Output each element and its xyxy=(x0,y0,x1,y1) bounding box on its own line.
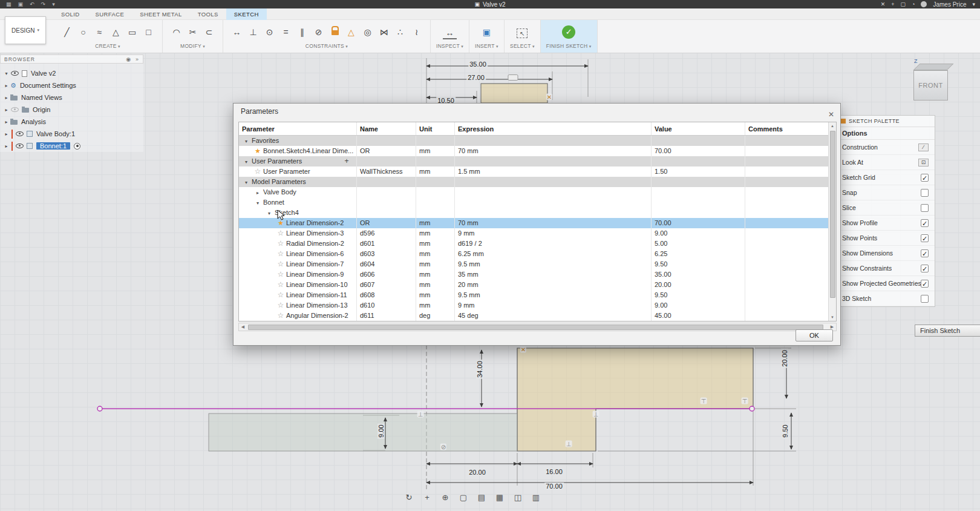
parameter-group-row[interactable]: ▾Model Parameters xyxy=(239,177,836,187)
favorite-star-icon[interactable]: ☆ xyxy=(276,269,285,280)
pan-icon[interactable]: + xyxy=(422,493,432,502)
checkbox-show-constraints[interactable]: ✓ xyxy=(921,265,929,272)
parameter-row[interactable]: ▸Valve Body xyxy=(239,187,836,197)
checkbox-show-projected-geometries[interactable]: ✓ xyxy=(921,280,929,288)
view-cube[interactable]: Z FRONT xyxy=(906,58,954,108)
toolbar-group-label[interactable]: FINISH SKETCH xyxy=(546,43,592,49)
palette-item-construction[interactable]: Construction∕ xyxy=(837,140,935,155)
rectangle-icon[interactable]: □ xyxy=(142,24,155,40)
document-tab[interactable]: ▣ Valve v2 xyxy=(474,0,505,8)
visibility-eye-icon[interactable] xyxy=(16,143,24,148)
parameter-row[interactable]: ☆Angular Dimension-2d611deg45 deg45.00 xyxy=(239,311,836,321)
collapse-arrow-icon[interactable]: ▸ xyxy=(2,131,10,137)
parameter-row[interactable]: ★Bonnet.Sketch4.Linear Dime...ORmm70 mm7… xyxy=(239,146,836,156)
browser-item-named-views[interactable]: ▸Named Views xyxy=(0,91,143,104)
dimension-label[interactable]: 20.00 xyxy=(781,349,788,368)
palette-item-show-profile[interactable]: Show Profile✓ xyxy=(837,216,935,231)
user-menu-caret-icon[interactable]: ▾ xyxy=(972,0,975,8)
collapse-arrow-icon[interactable]: ▸ xyxy=(2,95,10,101)
vertical-scroll-thumb[interactable] xyxy=(830,131,835,298)
scroll-down-icon[interactable]: ▼ xyxy=(831,314,834,321)
dimension-label[interactable]: 9.00 xyxy=(377,423,385,438)
options-header[interactable]: Options xyxy=(837,127,935,140)
tangent-icon[interactable]: ⊘ xyxy=(312,24,325,40)
checkbox-show-points[interactable]: ✓ xyxy=(921,234,929,242)
parameter-row[interactable]: ★Linear Dimension-2ORmm70 mm70.00 xyxy=(239,218,836,228)
tab-solid[interactable]: SOLID xyxy=(53,8,88,20)
favorite-star-icon[interactable]: ☆ xyxy=(276,280,285,290)
grid-settings-icon[interactable]: ▥ xyxy=(531,493,541,502)
palette-item-show-constraints[interactable]: Show Constraints✓ xyxy=(837,261,935,276)
palette-header[interactable]: SKETCH PALETTE xyxy=(837,116,935,127)
dropdown-caret-icon[interactable]: ▾ xyxy=(52,0,55,8)
orbit-icon[interactable]: ↻ xyxy=(404,493,414,502)
column-comments[interactable]: Comments xyxy=(745,122,836,135)
collapse-arrow-icon[interactable]: ▸ xyxy=(2,119,10,125)
palette-item-sketch-grid[interactable]: Sketch Grid✓ xyxy=(837,170,935,185)
concentric-icon[interactable]: ◎ xyxy=(361,24,374,40)
column-expression[interactable]: Expression xyxy=(454,122,651,135)
checkbox-snap[interactable] xyxy=(921,189,929,197)
sketch-dimension-icon[interactable]: ↔ xyxy=(230,24,244,40)
browser-item-valve-v2[interactable]: ▾Valve v2 xyxy=(0,67,143,79)
parameter-group-row[interactable]: ▾User Parameters+ xyxy=(239,156,836,166)
column-parameter[interactable]: Parameter xyxy=(239,122,356,135)
toolbar-group-label[interactable]: CREATE xyxy=(95,43,120,49)
help-icon[interactable]: ◔ xyxy=(912,0,915,8)
trim-icon[interactable]: ✂ xyxy=(186,24,200,40)
parameter-row[interactable]: ☆Linear Dimension-7d604mm9.5 mm9.50 xyxy=(239,259,836,269)
horizontal-vertical-icon[interactable]: ⊥ xyxy=(246,24,260,40)
browser-item-bonnet-1[interactable]: ▸Bonnet:1 xyxy=(0,140,143,152)
toolbar-group-label[interactable]: MODIFY xyxy=(180,43,205,49)
visibility-eye-icon[interactable] xyxy=(11,107,19,112)
visibility-eye-icon[interactable] xyxy=(16,131,24,136)
add-user-parameter-button[interactable]: + xyxy=(343,158,350,165)
fix-lock-icon[interactable] xyxy=(328,24,342,40)
expand-arrow-icon[interactable]: ▾ xyxy=(265,208,273,218)
curvature-icon[interactable]: ≀ xyxy=(410,24,423,40)
equal-icon[interactable]: = xyxy=(279,24,293,40)
expand-arrow-icon[interactable]: ▾ xyxy=(242,177,250,187)
palette-item-show-points[interactable]: Show Points✓ xyxy=(837,231,935,246)
column-value[interactable]: Value xyxy=(651,122,745,135)
toolbar-group-label[interactable]: INSERT xyxy=(475,43,498,49)
coincident-icon[interactable]: ⊙ xyxy=(263,24,276,40)
extensions-icon[interactable]: ▢ xyxy=(901,0,906,8)
polygon-icon[interactable]: △ xyxy=(109,24,123,40)
parameter-group-row[interactable]: ▾Favorites xyxy=(239,136,836,146)
tab-tools[interactable]: TOOLS xyxy=(190,8,226,20)
dimension-label[interactable]: 27.00 xyxy=(466,74,486,81)
browser-item-document-settings[interactable]: ▸⚙Document Settings xyxy=(0,79,143,91)
fillet-icon[interactable]: ◠ xyxy=(169,24,183,40)
dimension-label[interactable]: 34.00 xyxy=(476,360,483,379)
favorite-star-icon[interactable]: ☆ xyxy=(276,300,285,311)
view-cube-front-face[interactable]: FRONT xyxy=(913,70,948,101)
undo-icon[interactable]: ↶ xyxy=(30,0,34,8)
expand-arrow-icon[interactable]: ▾ xyxy=(242,136,250,146)
toolbar-group-label[interactable]: CONSTRAINTS xyxy=(305,43,348,49)
finish-sketch-icon[interactable]: ✓ xyxy=(562,25,575,39)
construction-icon[interactable]: ∕ xyxy=(918,143,929,151)
visibility-eye-icon[interactable] xyxy=(11,71,19,76)
zoom-icon[interactable]: ⊕ xyxy=(440,493,450,502)
ok-button[interactable]: OK xyxy=(795,329,833,341)
line-icon[interactable]: ╱ xyxy=(60,24,74,40)
dialog-title-bar[interactable]: Parameters ✕ xyxy=(234,104,840,119)
collapse-arrow-icon[interactable]: ▸ xyxy=(2,107,10,113)
user-avatar[interactable] xyxy=(921,1,927,7)
parameter-row[interactable]: ☆Linear Dimension-3d596mm9 mm9.00 xyxy=(239,228,836,239)
dimension-label[interactable]: 35.00 xyxy=(468,61,488,68)
look-at-icon[interactable]: ⊡ xyxy=(918,159,929,166)
parameter-row[interactable]: ☆Radial Dimension-2d601mmd619 / 25.00 xyxy=(239,239,836,249)
palette-item-snap[interactable]: Snap xyxy=(837,185,935,200)
favorite-star-icon[interactable]: ☆ xyxy=(276,239,285,249)
parameter-row[interactable]: ▾Bonnet xyxy=(239,197,836,208)
dimension-label[interactable]: 20.00 xyxy=(468,469,487,476)
toolbar-group-label[interactable]: SELECT xyxy=(510,43,535,49)
new-tab-icon[interactable]: + xyxy=(891,0,894,8)
collapse-arrow-icon[interactable]: ▸ xyxy=(2,143,10,149)
horizontal-scrollbar[interactable]: ◀ ▶ xyxy=(238,323,837,331)
palette-item-show-projected-geometries[interactable]: Show Projected Geometries✓ xyxy=(837,276,935,291)
favorite-star-icon[interactable]: ☆ xyxy=(276,249,285,259)
workspace-switcher[interactable]: DESIGN ▾ xyxy=(5,16,46,44)
